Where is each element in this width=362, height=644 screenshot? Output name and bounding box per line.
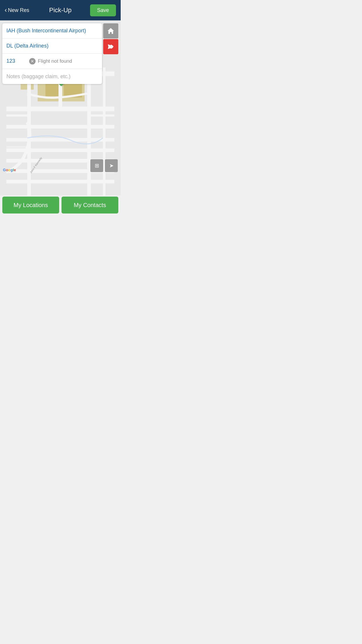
my-contacts-button[interactable]: My Contacts <box>61 197 118 214</box>
back-chevron-icon: ‹ <box>5 6 7 14</box>
map-controls: ⊞ ➤ <box>90 159 118 172</box>
svg-rect-15 <box>87 67 91 195</box>
airport-row <box>2 23 102 38</box>
back-label: New Res <box>8 7 29 13</box>
bottom-nav: My Locations My Contacts <box>0 195 121 215</box>
svg-rect-7 <box>6 125 115 129</box>
svg-rect-20 <box>6 146 27 148</box>
airline-row <box>2 38 102 54</box>
save-button[interactable]: Save <box>90 4 116 16</box>
airport-input[interactable] <box>6 24 98 37</box>
flight-row: ✕ Flight not found <box>2 54 102 69</box>
grid-view-button[interactable]: ⊞ <box>90 159 103 172</box>
flight-number-input[interactable] <box>6 55 27 68</box>
my-locations-button[interactable]: My Locations <box>2 197 59 214</box>
svg-rect-9 <box>6 148 115 152</box>
error-x-icon: ✕ <box>29 58 36 64</box>
svg-rect-12 <box>6 180 115 183</box>
header: ‹ New Res Pick-Up Save <box>0 0 121 20</box>
navigate-icon: ➤ <box>109 162 114 169</box>
home-button[interactable] <box>103 23 118 38</box>
notes-row <box>2 69 102 84</box>
form-container: ✕ Flight not found <box>2 23 102 84</box>
back-button[interactable]: ‹ New Res <box>5 6 29 14</box>
flight-button[interactable] <box>103 39 118 54</box>
page-title: Pick-Up <box>49 6 71 14</box>
side-buttons <box>103 23 118 84</box>
svg-rect-18 <box>6 114 27 116</box>
svg-rect-16 <box>103 67 106 195</box>
flight-error-text: Flight not found <box>38 58 72 64</box>
airline-input[interactable] <box>6 39 98 52</box>
notes-input[interactable] <box>6 70 98 83</box>
home-icon <box>107 27 115 35</box>
google-logo: Google <box>3 168 16 172</box>
flight-error-area: ✕ Flight not found <box>27 58 98 64</box>
grid-icon: ⊞ <box>95 162 99 169</box>
svg-rect-19 <box>87 114 114 116</box>
plane-icon <box>107 43 115 50</box>
navigate-button[interactable]: ➤ <box>105 159 118 172</box>
